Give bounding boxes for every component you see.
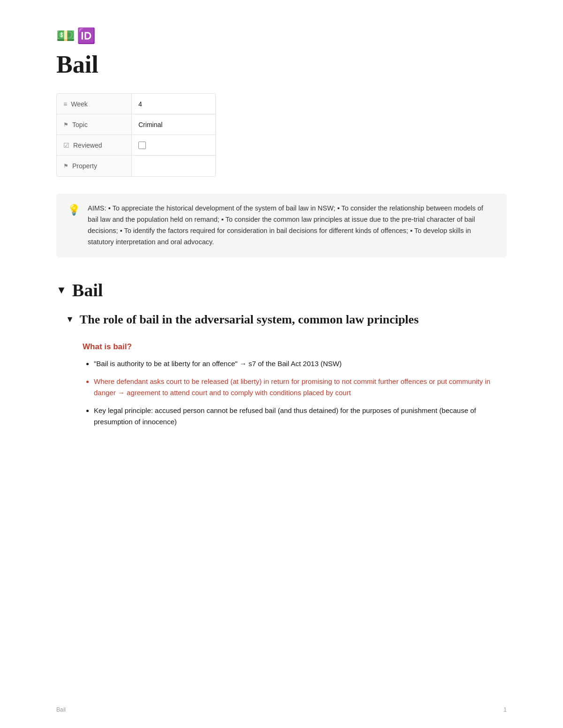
- footer-left: Bail: [56, 706, 66, 713]
- prop-value-property[interactable]: [132, 156, 215, 176]
- property-row-property[interactable]: Property: [57, 156, 215, 176]
- prop-value-week[interactable]: 4: [132, 94, 215, 114]
- section-h2-role: ▼ The role of bail in the adversarial sy…: [66, 312, 507, 328]
- section-bail: ▼ Bail ▼ The role of bail in the adversa…: [56, 280, 507, 428]
- prop-value-topic[interactable]: Criminal: [132, 114, 215, 135]
- sub-heading-what-is-bail: What is bail?: [83, 342, 507, 352]
- prop-value-reviewed[interactable]: [132, 135, 215, 155]
- triangle-down-icon-bail[interactable]: ▼: [56, 284, 67, 296]
- prop-label-text-week: Week: [71, 100, 88, 108]
- property-row-reviewed[interactable]: Reviewed: [57, 135, 215, 156]
- bullet-item-3: Key legal principle: accused person cann…: [94, 405, 507, 428]
- property-row-week[interactable]: Week 4: [57, 94, 215, 114]
- section-title-bail: Bail: [72, 280, 103, 300]
- footer: Bail 1: [56, 706, 507, 713]
- page-title: Bail: [56, 51, 507, 78]
- money-icon: 💵: [56, 28, 75, 43]
- sub-section-what-is-bail: What is bail? "Bail is authority to be a…: [83, 342, 507, 428]
- prop-label-week: Week: [57, 94, 132, 114]
- footer-right: 1: [503, 706, 507, 713]
- prop-label-property: Property: [57, 156, 132, 176]
- subsection-title-role: The role of bail in the adversarial syst…: [80, 312, 418, 328]
- prop-label-text-reviewed: Reviewed: [73, 142, 102, 149]
- lines-icon: [63, 100, 67, 108]
- prop-label-text-topic: Topic: [72, 121, 88, 128]
- lightbulb-icon: 💡: [68, 204, 80, 216]
- bullet-list-bail: "Bail is authority to be at liberty for …: [83, 358, 507, 428]
- triangle-down-icon-role[interactable]: ▼: [66, 314, 74, 325]
- bullet-item-2: Where defendant asks court to be release…: [94, 376, 507, 398]
- callout-box: 💡 AIMS: ▪ To appreciate the historical d…: [56, 194, 507, 257]
- prop-label-text-property: Property: [72, 162, 97, 170]
- bullet-item-1: "Bail is authority to be at liberty for …: [94, 358, 507, 369]
- reviewed-checkbox[interactable]: [138, 142, 146, 149]
- prop-label-topic: Topic: [57, 114, 132, 135]
- property-row-topic[interactable]: Topic Criminal: [57, 114, 215, 135]
- properties-table: Week 4 Topic Criminal Reviewed Property: [56, 93, 216, 177]
- flag-icon-property: [63, 163, 68, 169]
- callout-text: AIMS: ▪ To appreciate the historical dev…: [88, 203, 495, 248]
- flag-icon-topic: [63, 121, 68, 128]
- section-h1-bail: ▼ Bail: [56, 280, 507, 300]
- id-icon: 🆔: [77, 28, 96, 43]
- page-icons: 💵 🆔: [56, 28, 507, 43]
- check-square-icon: [63, 142, 69, 149]
- prop-label-reviewed: Reviewed: [57, 135, 132, 155]
